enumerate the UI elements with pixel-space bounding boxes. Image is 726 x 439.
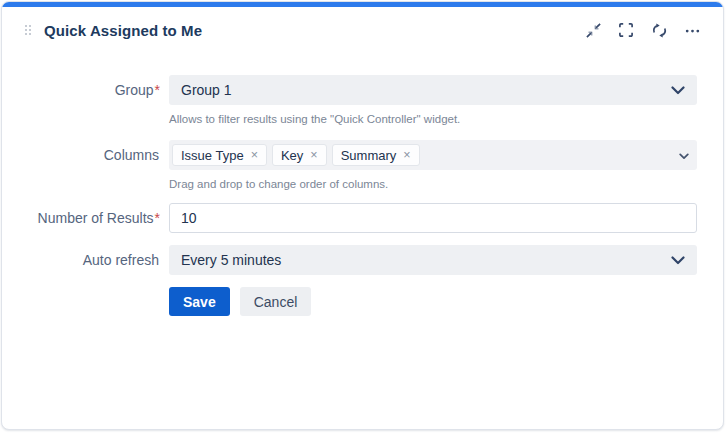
auto-refresh-label: Auto refresh: [26, 245, 160, 275]
config-form: Group* Group 1 Allows to filter results …: [2, 53, 723, 316]
collapse-button[interactable]: [582, 19, 604, 41]
number-of-results-label: Number of Results*: [26, 203, 160, 233]
chevron-down-icon: [671, 82, 685, 98]
column-tag-label: Issue Type: [181, 148, 244, 163]
columns-row: Columns Issue Type × Key ×: [26, 140, 697, 170]
tag-remove-icon[interactable]: ×: [310, 148, 317, 162]
number-of-results-input[interactable]: [169, 203, 697, 233]
refresh-button[interactable]: [648, 19, 670, 41]
columns-tags: Issue Type × Key × Summary ×: [172, 144, 679, 166]
auto-refresh-value: Every 5 minutes: [181, 252, 671, 268]
group-help-text: Allows to filter results using the "Quic…: [169, 113, 697, 125]
column-tag-label: Summary: [341, 148, 397, 163]
column-tag[interactable]: Summary ×: [332, 144, 420, 166]
widget-panel: Quick Assigned to Me: [1, 1, 724, 430]
number-of-results-row: Number of Results*: [26, 203, 697, 233]
tag-remove-icon[interactable]: ×: [251, 148, 258, 162]
refresh-icon: [651, 22, 668, 39]
group-select-value: Group 1: [181, 82, 671, 98]
columns-label: Columns: [26, 140, 160, 170]
chevron-down-icon: [679, 146, 689, 164]
auto-refresh-select[interactable]: Every 5 minutes: [169, 245, 697, 275]
column-tag-label: Key: [281, 148, 303, 163]
save-button[interactable]: Save: [169, 287, 230, 316]
columns-help-text: Drag and drop to change order of columns…: [169, 178, 697, 190]
required-marker: *: [155, 210, 160, 226]
group-row: Group* Group 1: [26, 75, 697, 105]
ellipsis-icon: [684, 22, 701, 39]
more-button[interactable]: [681, 19, 703, 41]
fullscreen-icon: [618, 22, 634, 38]
columns-multiselect[interactable]: Issue Type × Key × Summary ×: [169, 140, 697, 170]
widget-title: Quick Assigned to Me: [44, 22, 202, 39]
widget-header: Quick Assigned to Me: [2, 7, 723, 53]
group-select[interactable]: Group 1: [169, 75, 697, 105]
drag-handle-icon[interactable]: [25, 25, 31, 35]
column-tag[interactable]: Issue Type ×: [172, 144, 267, 166]
column-tag[interactable]: Key ×: [272, 144, 327, 166]
chevron-down-icon: [671, 252, 685, 268]
fullscreen-button[interactable]: [615, 19, 637, 41]
collapse-icon: [585, 22, 602, 39]
tag-remove-icon[interactable]: ×: [403, 148, 410, 162]
auto-refresh-row: Auto refresh Every 5 minutes: [26, 245, 697, 275]
group-label: Group*: [26, 75, 160, 105]
cancel-button[interactable]: Cancel: [240, 287, 312, 316]
required-marker: *: [155, 82, 160, 98]
form-actions: Save Cancel: [169, 287, 697, 316]
